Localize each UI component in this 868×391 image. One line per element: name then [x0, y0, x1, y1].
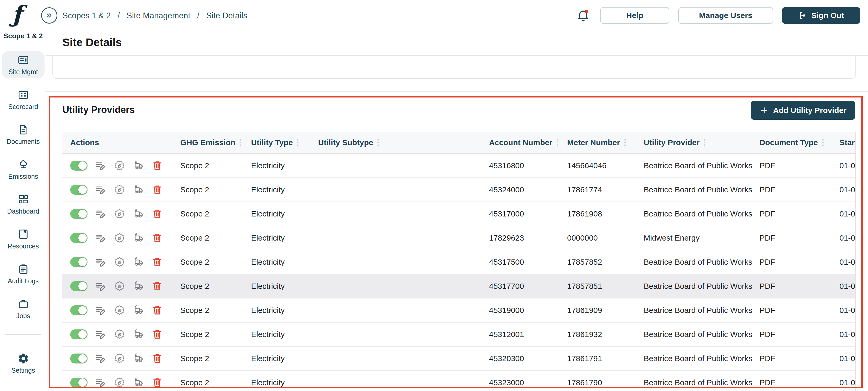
toggle-switch[interactable] [70, 281, 88, 291]
column-menu-icon[interactable] [297, 139, 299, 147]
sidebar-item-scorecard[interactable]: Scorecard [2, 86, 44, 113]
toggle-switch[interactable] [70, 233, 88, 243]
table-row[interactable]: Scope 2 Electricity 45317500 17857852 Be… [62, 250, 855, 274]
edit-icon[interactable] [95, 208, 106, 220]
eco-badge-icon[interactable] [114, 329, 125, 340]
manage-users-button[interactable]: Manage Users [678, 7, 773, 24]
sidebar-item-jobs[interactable]: Jobs [2, 295, 44, 322]
delete-icon[interactable] [152, 280, 163, 292]
edit-icon[interactable] [95, 232, 106, 244]
sidebar-item-site-mgmt[interactable]: Site Mgmt [2, 51, 44, 78]
toggle-switch[interactable] [70, 185, 88, 195]
cell-account-number: 45317700 [489, 282, 567, 291]
toggle-switch[interactable] [70, 329, 88, 339]
electric-truck-icon[interactable] [133, 160, 144, 171]
cell-document-type: PDF [760, 185, 839, 194]
eco-badge-icon[interactable] [114, 256, 125, 268]
table-row[interactable]: Scope 2 Electricity 45324000 17861774 Be… [62, 178, 855, 202]
edit-icon[interactable] [95, 160, 106, 171]
edit-icon[interactable] [95, 377, 106, 388]
add-utility-provider-button[interactable]: Add Utility Provider [751, 101, 855, 120]
cell-document-type: PDF [760, 306, 839, 315]
delete-icon[interactable] [152, 304, 163, 316]
sidebar-item-resources[interactable]: Resources [2, 225, 44, 252]
delete-icon[interactable] [152, 329, 163, 340]
eco-badge-icon[interactable] [114, 377, 125, 388]
edit-icon[interactable] [95, 304, 106, 316]
breadcrumb-item-scopes-1-2[interactable]: Scopes 1 & 2 [62, 11, 111, 21]
toggle-switch[interactable] [70, 161, 88, 171]
eco-badge-icon[interactable] [114, 280, 125, 292]
table-row[interactable]: Scope 2 Electricity 45320300 17861791 Be… [62, 347, 855, 371]
table-row[interactable]: Scope 2 Electricity 45317000 17861908 Be… [62, 202, 855, 226]
eco-badge-icon[interactable] [114, 160, 125, 171]
cell-start-date: 01-0 [839, 161, 855, 170]
column-header-utility-provider: Utility Provider [644, 138, 760, 147]
cell-ghg-emission: Scope 2 [170, 258, 251, 267]
breadcrumb-item-site-details[interactable]: Site Details [206, 11, 247, 21]
eco-badge-icon[interactable] [114, 232, 125, 244]
sign-out-button[interactable]: Sign Out [782, 7, 860, 24]
sidebar-item-audit-logs[interactable]: Audit Logs [2, 260, 44, 288]
row-actions [62, 256, 170, 268]
sidebar-item-documents[interactable]: Documents [2, 121, 44, 148]
cell-utility-provider: Beatrice Board of Public Works [644, 282, 760, 291]
toggle-switch[interactable] [70, 378, 88, 388]
eco-badge-icon[interactable] [114, 208, 125, 220]
column-menu-icon[interactable] [239, 139, 242, 147]
electric-truck-icon[interactable] [133, 232, 144, 244]
eco-badge-icon[interactable] [114, 353, 125, 364]
eco-badge-icon[interactable] [114, 304, 125, 316]
delete-icon[interactable] [152, 208, 163, 220]
table-row[interactable]: Scope 2 Electricity 45317700 17857851 Be… [62, 274, 855, 299]
column-menu-icon[interactable] [822, 139, 824, 147]
table-row[interactable]: Scope 2 Electricity 45316800 145664046 B… [62, 154, 855, 178]
table-row[interactable]: Scope 2 Electricity 45323000 17861790 Be… [62, 371, 855, 391]
table-row[interactable]: Scope 2 Electricity 45319000 17861909 Be… [62, 299, 855, 323]
edit-icon[interactable] [95, 329, 106, 340]
sidebar-item-emissions[interactable]: Emissions [2, 156, 44, 183]
edit-icon[interactable] [95, 353, 106, 364]
help-button[interactable]: Help [600, 7, 669, 24]
column-menu-icon[interactable] [624, 139, 626, 147]
row-actions [62, 377, 170, 388]
delete-icon[interactable] [152, 184, 163, 196]
electric-truck-icon[interactable] [133, 256, 144, 268]
column-menu-icon[interactable] [556, 139, 559, 147]
edit-icon[interactable] [95, 184, 106, 196]
toggle-switch[interactable] [70, 209, 88, 219]
delete-icon[interactable] [152, 160, 163, 171]
edit-icon[interactable] [95, 256, 106, 268]
sidebar-item-settings[interactable]: Settings [2, 350, 44, 377]
edit-icon[interactable] [95, 280, 106, 292]
toggle-knob [79, 282, 87, 290]
toggle-switch[interactable] [70, 305, 88, 315]
delete-icon[interactable] [152, 353, 163, 364]
sidebar-item-dashboard[interactable]: Dashboard [2, 190, 44, 218]
table-row[interactable]: Scope 2 Electricity 17829623 0000000 Mid… [62, 226, 855, 250]
cell-start-date: 01-0 [839, 258, 855, 267]
electric-truck-icon[interactable] [133, 329, 144, 340]
table-row[interactable]: Scope 2 Electricity 45312001 17861932 Be… [62, 323, 855, 347]
electric-truck-icon[interactable] [133, 208, 144, 220]
settings-icon [17, 353, 29, 364]
breadcrumb-item-site-management[interactable]: Site Management [127, 11, 190, 21]
toggle-switch[interactable] [70, 354, 88, 363]
electric-truck-icon[interactable] [133, 377, 144, 388]
delete-icon[interactable] [152, 377, 163, 388]
cell-meter-number: 17857851 [567, 282, 644, 291]
toggle-knob [79, 161, 87, 170]
column-menu-icon[interactable] [703, 139, 706, 147]
electric-truck-icon[interactable] [133, 184, 144, 196]
delete-icon[interactable] [152, 256, 163, 268]
toggle-switch[interactable] [70, 257, 88, 267]
delete-icon[interactable] [152, 232, 163, 244]
notifications-button[interactable] [576, 8, 591, 24]
sidebar-expand-button[interactable] [41, 7, 57, 24]
eco-badge-icon[interactable] [114, 184, 125, 196]
electric-truck-icon[interactable] [133, 280, 144, 292]
electric-truck-icon[interactable] [133, 304, 144, 316]
column-header-label: Account Number [489, 138, 553, 147]
column-menu-icon[interactable] [377, 139, 379, 147]
electric-truck-icon[interactable] [133, 353, 144, 364]
